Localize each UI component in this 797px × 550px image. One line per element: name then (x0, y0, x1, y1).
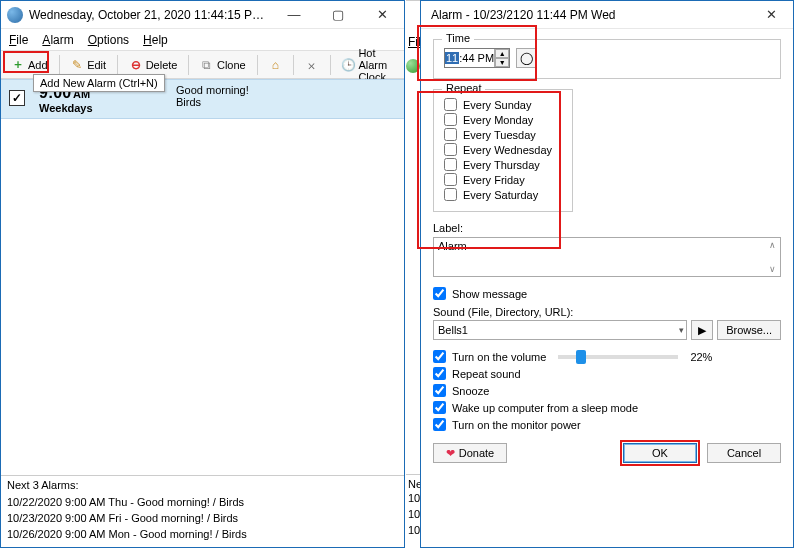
time-hour-selected[interactable]: 11 (445, 52, 459, 64)
repeat-day-checkbox[interactable] (444, 158, 457, 171)
repeat-day-checkbox[interactable] (444, 113, 457, 126)
repeat-day-checkbox[interactable] (444, 98, 457, 111)
heart-icon: ❤ (446, 447, 455, 460)
home-button[interactable]: ⌂ (262, 56, 288, 74)
alarm-checkbox[interactable]: ✓ (9, 90, 25, 106)
snooze-checkbox[interactable] (433, 384, 446, 397)
edit-icon: ✎ (70, 58, 84, 72)
dialog-close-button[interactable]: ✕ (749, 1, 793, 28)
chevron-down-icon: ▾ (679, 325, 684, 335)
volume-percent: 22% (690, 351, 712, 363)
close-alarm-button[interactable]: ⨉ (299, 56, 325, 74)
monitor-checkbox[interactable] (433, 418, 446, 431)
turn-volume-label: Turn on the volume (452, 351, 546, 363)
snooze-label: Snooze (452, 385, 489, 397)
time-rest: :44 PM (459, 52, 494, 64)
cancel-button[interactable]: Cancel (707, 443, 781, 463)
minimize-button[interactable]: — (272, 1, 316, 28)
play-sound-button[interactable]: ▶ (691, 320, 713, 340)
donate-button[interactable]: ❤ Donate (433, 443, 507, 463)
app-icon (7, 7, 23, 23)
volume-slider[interactable] (558, 355, 678, 359)
label-textarea[interactable]: Alarm ∧∨ (433, 237, 781, 277)
wake-checkbox[interactable] (433, 401, 446, 414)
delete-label: Delete (146, 59, 178, 71)
next-alarms-header: Next 3 Alarms: (1, 475, 404, 494)
next-alarm-item: 10/26/2020 9:00 AM Mon - Good morning! /… (7, 526, 398, 542)
show-message-check[interactable]: Show message (433, 287, 781, 300)
repeat-day-check[interactable]: Every Wednesday (444, 143, 562, 156)
repeat-day-check[interactable]: Every Sunday (444, 98, 562, 111)
toolbar-sep (293, 55, 294, 75)
repeat-day-label: Every Monday (463, 114, 533, 126)
repeat-group-label: Repeat (442, 82, 485, 94)
add-tooltip: Add New Alarm (Ctrl+N) (33, 74, 165, 92)
add-button[interactable]: ＋ Add (5, 56, 54, 74)
repeat-day-checkbox[interactable] (444, 128, 457, 141)
repeat-day-label: Every Sunday (463, 99, 531, 111)
menu-alarm[interactable]: Alarm (42, 33, 73, 47)
menu-help[interactable]: Help (143, 33, 168, 47)
clone-button[interactable]: ⧉ Clone (194, 56, 252, 74)
spin-down-icon[interactable]: ▼ (495, 58, 509, 67)
repeat-sound-checkbox[interactable] (433, 367, 446, 380)
repeat-day-check[interactable]: Every Friday (444, 173, 562, 186)
repeat-sound-label: Repeat sound (452, 368, 521, 380)
next-alarm-item: 10/23/2020 9:00 AM Fri - Good morning! /… (7, 510, 398, 526)
delete-icon: ⊖ (129, 58, 143, 72)
toolbar-sep (59, 55, 60, 75)
turn-volume-checkbox[interactable] (433, 350, 446, 363)
alarm-sound: Birds (176, 96, 396, 108)
show-message-checkbox[interactable] (433, 287, 446, 300)
toolbar-sep (188, 55, 189, 75)
label-value: Alarm (438, 240, 467, 274)
next-alarm-item: 10/22/2020 9:00 AM Thu - Good morning! /… (7, 494, 398, 510)
label-label: Label: (433, 222, 781, 234)
dialog-body: Time 11:44 PM ▲ ▼ ◯ Repeat Every SundayE… (421, 29, 793, 473)
add-icon: ＋ (11, 58, 25, 72)
home-icon: ⌂ (268, 58, 282, 72)
turn-volume-check[interactable]: Turn on the volume (433, 350, 546, 363)
menu-file[interactable]: File (9, 33, 28, 47)
bg-menu-fragment: Fil (406, 29, 420, 55)
repeat-day-check[interactable]: Every Thursday (444, 158, 562, 171)
repeat-day-check[interactable]: Every Monday (444, 113, 562, 126)
close-button[interactable]: ✕ (360, 1, 404, 28)
repeat-day-checkbox[interactable] (444, 143, 457, 156)
clock-icon: 🕒 (341, 58, 355, 72)
menu-options[interactable]: Options (88, 33, 129, 47)
play-icon: ▶ (698, 324, 706, 337)
alarm-schedule: Weekdays (39, 102, 176, 114)
toolbar-sep (330, 55, 331, 75)
repeat-day-check[interactable]: Every Tuesday (444, 128, 562, 141)
maximize-button[interactable]: ▢ (316, 1, 360, 28)
time-group: Time 11:44 PM ▲ ▼ ◯ (433, 39, 781, 79)
textarea-scroll[interactable]: ∧∨ (769, 240, 776, 274)
time-spinner[interactable]: ▲ ▼ (494, 49, 509, 67)
ok-button[interactable]: OK (623, 443, 697, 463)
repeat-sound-check[interactable]: Repeat sound (433, 367, 781, 380)
browse-button[interactable]: Browse... (717, 320, 781, 340)
wake-label: Wake up computer from a sleep mode (452, 402, 638, 414)
spin-up-icon[interactable]: ▲ (495, 49, 509, 58)
time-input[interactable]: 11:44 PM ▲ ▼ (444, 48, 510, 68)
monitor-check[interactable]: Turn on the monitor power (433, 418, 781, 431)
wake-check[interactable]: Wake up computer from a sleep mode (433, 401, 781, 414)
background-window-fragment: Fil (406, 0, 420, 548)
toolbar-sep (117, 55, 118, 75)
repeat-day-check[interactable]: Every Saturday (444, 188, 562, 201)
alarm-dialog: Alarm - 10/23/2120 11:44 PM Wed ✕ Time 1… (420, 0, 794, 548)
edit-button[interactable]: ✎ Edit (64, 56, 112, 74)
repeat-day-checkbox[interactable] (444, 173, 457, 186)
sound-combo[interactable]: Bells1 ▾ (433, 320, 687, 340)
bg-add-icon (406, 59, 420, 73)
monitor-label: Turn on the monitor power (452, 419, 581, 431)
delete-button[interactable]: ⊖ Delete (123, 56, 184, 74)
now-button[interactable]: ◯ (516, 48, 536, 68)
alarm-list: ✓ 9:00AM Weekdays Good morning! Birds (1, 79, 404, 475)
repeat-day-checkbox[interactable] (444, 188, 457, 201)
close-icon: ⨉ (305, 58, 319, 72)
sound-value: Bells1 (438, 324, 468, 336)
snooze-check[interactable]: Snooze (433, 384, 781, 397)
slider-thumb[interactable] (576, 350, 586, 364)
